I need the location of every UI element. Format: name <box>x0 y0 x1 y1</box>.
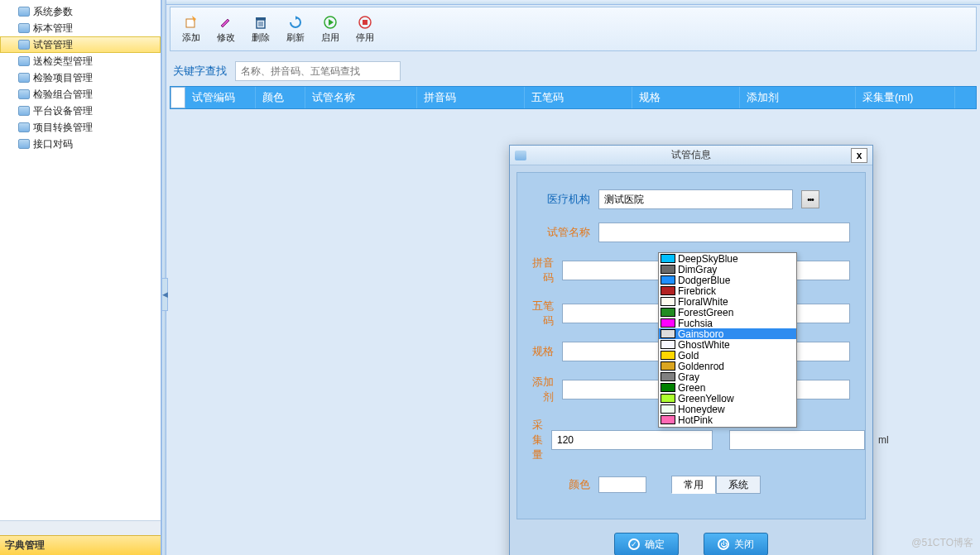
color-swatch-icon <box>661 340 675 349</box>
splitter[interactable]: ◀ <box>161 0 166 555</box>
disable-label: 停用 <box>356 31 374 44</box>
close-icon: ⏻ <box>718 538 729 550</box>
tree-icon <box>18 40 30 50</box>
color-option[interactable]: Honeydew <box>659 404 796 414</box>
delete-label: 删除 <box>252 31 270 44</box>
color-option[interactable]: DodgerBlue <box>659 275 796 285</box>
splitter-handle[interactable]: ◀ <box>161 278 168 311</box>
sidebar-scrollbar[interactable] <box>0 520 161 535</box>
color-option[interactable]: ForestGreen <box>659 307 796 318</box>
toolbar: 添加 修改 删除 刷新 启用 停用 <box>170 7 977 51</box>
sidebar-item[interactable]: 系统参数 <box>0 3 161 20</box>
org-browse-button[interactable]: ••• <box>801 190 819 208</box>
org-input[interactable] <box>598 189 793 209</box>
enable-label: 启用 <box>321 31 339 44</box>
color-name: DeepSkyBlue <box>678 253 738 265</box>
tree-icon <box>18 56 30 66</box>
color-dropdown[interactable]: DeepSkyBlueDimGrayDodgerBlueFirebrickFlo… <box>658 252 797 428</box>
color-name: GhostWhite <box>678 339 730 351</box>
edit-label: 修改 <box>217 31 235 44</box>
color-option[interactable]: Green <box>659 382 796 393</box>
dialog-footer: ✓ 确定 ⏻ 关闭 <box>510 526 872 555</box>
tree-label: 标本管理 <box>33 22 73 36</box>
color-swatch[interactable] <box>598 476 646 493</box>
color-option[interactable]: DimGray <box>659 264 796 275</box>
grid-check-col[interactable] <box>171 87 185 108</box>
add-icon <box>184 15 199 30</box>
edit-button[interactable]: 修改 <box>210 10 242 48</box>
color-name: Gray <box>678 371 699 383</box>
color-option[interactable]: HotPink <box>659 414 796 425</box>
delete-button[interactable]: 删除 <box>245 10 276 48</box>
app-root: 系统参数标本管理试管管理送检类型管理检验项目管理检验组合管理平台设备管理项目转换… <box>0 0 980 555</box>
color-swatch-icon <box>661 275 675 285</box>
color-option[interactable]: FloralWhite <box>659 296 796 307</box>
sidebar-footer[interactable]: 字典管理 <box>0 535 161 555</box>
enable-button[interactable]: 启用 <box>315 10 346 48</box>
ok-button[interactable]: ✓ 确定 <box>614 533 679 555</box>
color-swatch-icon <box>661 308 675 317</box>
tube-name-input[interactable] <box>598 222 850 242</box>
color-swatch-icon <box>661 361 675 371</box>
color-swatch-icon <box>661 286 675 295</box>
color-option[interactable]: Goldenrod <box>659 361 796 371</box>
sidebar-item[interactable]: 试管管理 <box>0 36 161 53</box>
sidebar-item[interactable]: 项目转换管理 <box>0 119 161 136</box>
dialog-close-button[interactable]: x <box>851 148 867 163</box>
grid-col-header[interactable]: 规格 <box>632 87 740 108</box>
color-swatch-icon <box>661 351 675 360</box>
grid-col-header[interactable]: 采集量(ml) <box>856 87 955 108</box>
tab-common[interactable]: 常用 <box>671 476 716 494</box>
add-button[interactable]: 添加 <box>175 10 207 48</box>
color-swatch-icon <box>661 372 675 381</box>
nav-tree: 系统参数标本管理试管管理送检类型管理检验项目管理检验组合管理平台设备管理项目转换… <box>0 0 161 520</box>
color-tabs: 常用 系统 <box>671 476 761 494</box>
tab-system[interactable]: 系统 <box>716 476 761 494</box>
grid-col-header[interactable]: 添加剂 <box>740 87 856 108</box>
volume-input[interactable] <box>551 430 713 450</box>
color-option[interactable]: Gold <box>659 350 796 361</box>
color-name: ForestGreen <box>678 307 733 318</box>
grid-col-header[interactable]: 五笔码 <box>525 87 632 108</box>
refresh-label: 刷新 <box>286 31 305 44</box>
color-option[interactable]: Gainsboro <box>659 328 796 339</box>
color-option[interactable]: DeepSkyBlue <box>659 253 796 264</box>
refresh-button[interactable]: 刷新 <box>280 10 311 48</box>
color-option[interactable]: GreenYellow <box>659 393 796 404</box>
tree-label: 检验项目管理 <box>33 71 93 85</box>
search-input[interactable] <box>235 61 401 81</box>
dialog-titlebar[interactable]: 试管信息 x <box>510 146 872 165</box>
dialog-icon <box>515 151 526 160</box>
color-swatch-icon <box>661 383 675 392</box>
grid-col-header[interactable]: 试管名称 <box>305 87 417 108</box>
tree-label: 送检类型管理 <box>33 55 93 69</box>
disable-button[interactable]: 停用 <box>349 10 381 48</box>
sidebar-item[interactable]: 接口对码 <box>0 136 161 152</box>
sidebar-item[interactable]: 平台设备管理 <box>0 103 161 119</box>
sidebar-item[interactable]: 标本管理 <box>0 20 161 36</box>
color-option[interactable]: Gray <box>659 371 796 382</box>
grid-col-header[interactable]: 拼音码 <box>417 87 525 108</box>
color-option[interactable]: Fuchsia <box>659 318 796 328</box>
search-label: 关键字查找 <box>173 64 227 79</box>
sidebar-item[interactable]: 检验项目管理 <box>0 69 161 86</box>
data-grid: 试管编码颜色试管名称拼音码五笔码规格添加剂采集量(ml) <box>170 86 977 109</box>
tree-icon <box>18 89 30 99</box>
tube-name-label: 试管名称 <box>532 225 590 240</box>
grid-col-header[interactable]: 颜色 <box>256 87 305 108</box>
close-button[interactable]: ⏻ 关闭 <box>704 533 768 555</box>
color-name: Goldenrod <box>678 361 724 372</box>
grid-col-header[interactable]: 试管编码 <box>185 87 256 108</box>
ok-icon: ✓ <box>628 538 640 550</box>
volume-aux-input[interactable] <box>729 430 865 450</box>
color-option[interactable]: Firebrick <box>659 285 796 296</box>
edit-icon <box>219 15 233 30</box>
sidebar-item[interactable]: 检验组合管理 <box>0 86 161 103</box>
sidebar-item[interactable]: 送检类型管理 <box>0 53 161 69</box>
color-name: Firebrick <box>678 285 716 297</box>
color-swatch-icon <box>661 394 675 403</box>
color-option[interactable]: GhostWhite <box>659 339 796 350</box>
ok-label: 确定 <box>645 538 665 552</box>
dialog-title: 试管信息 <box>531 148 851 162</box>
grid-header: 试管编码颜色试管名称拼音码五笔码规格添加剂采集量(ml) <box>170 86 977 109</box>
